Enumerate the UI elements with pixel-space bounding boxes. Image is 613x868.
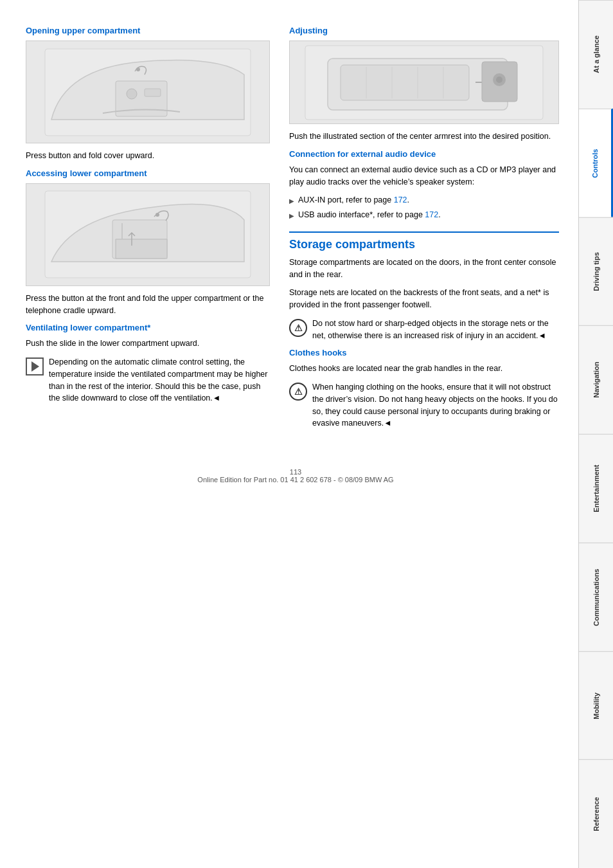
- sidebar-tab-communications[interactable]: Communications: [579, 543, 613, 651]
- sidebar-tab-entertainment[interactable]: Entertainment: [579, 434, 613, 543]
- bullet-aux-text: AUX-IN port, refer to page 172.: [298, 194, 409, 206]
- ventilating-body: Push the slide in the lower compartment …: [26, 338, 270, 350]
- connection-section: Connection for external audio device You…: [289, 149, 559, 221]
- clothes-hooks-heading: Clothes hooks: [289, 348, 559, 357]
- usb-link[interactable]: 172: [425, 210, 438, 219]
- storage-warning-text: Do not stow hard or sharp-edged objects …: [312, 318, 559, 342]
- lower-compartment-heading: Accessing lower compartment: [26, 168, 270, 178]
- lower-compartment-image: [26, 183, 270, 286]
- storage-intro1: Storage compartments are located on the …: [289, 257, 559, 281]
- storage-intro2: Storage nets are located on the backrest…: [289, 287, 559, 311]
- svg-rect-10: [341, 65, 469, 100]
- upper-compartment-image: [26, 41, 270, 143]
- lower-compartment-body: Press the button at the front and fold t…: [26, 293, 270, 317]
- bullet-arrow-2: ▶: [289, 211, 294, 221]
- sidebar-tab-controls[interactable]: Controls: [579, 109, 613, 217]
- svg-point-7: [155, 213, 159, 217]
- connection-body: You can connect an external audio device…: [289, 164, 559, 188]
- warning-icon-hooks: ⚠: [289, 383, 307, 401]
- connection-bullets: ▶ AUX-IN port, refer to page 172. ▶ USB …: [289, 194, 559, 221]
- footer-text: Online Edition for Part no. 01 41 2 602 …: [26, 476, 565, 484]
- bullet-aux: ▶ AUX-IN port, refer to page 172.: [289, 194, 559, 206]
- adjusting-image: [289, 41, 559, 124]
- bullet-arrow-1: ▶: [289, 196, 294, 206]
- svg-point-4: [136, 68, 140, 71]
- ventilating-section: Ventilating lower compartment* Push the …: [26, 323, 270, 404]
- sidebar-tab-navigation[interactable]: Navigation: [579, 325, 613, 434]
- sidebar: At a glance Controls Driving tips Naviga…: [578, 0, 613, 868]
- storage-compartments-section: Storage compartments Storage compartment…: [289, 231, 559, 342]
- lower-compartment-section: Accessing lower compartment: [26, 168, 270, 317]
- adjusting-heading: Adjusting: [289, 26, 559, 35]
- connection-heading: Connection for external audio device: [289, 149, 559, 159]
- ventilating-note-box: Depending on the automatic climate contr…: [26, 356, 270, 404]
- storage-compartments-heading: Storage compartments: [289, 231, 559, 251]
- sidebar-tab-mobility[interactable]: Mobility: [579, 651, 613, 760]
- clothes-hooks-warning-box: ⚠ When hanging clothing on the hooks, en…: [289, 381, 559, 429]
- bullet-usb: ▶ USB audio interface*, refer to page 17…: [289, 209, 559, 221]
- page-footer: 113 Online Edition for Part no. 01 41 2 …: [26, 462, 565, 484]
- left-column: Opening upper compartment: [26, 26, 270, 436]
- bullet-usb-text: USB audio interface*, refer to page 172.: [298, 209, 441, 221]
- clothes-hooks-warning-text: When hanging clothing on the hooks, ensu…: [312, 381, 559, 429]
- ventilating-note-text: Depending on the automatic climate contr…: [49, 356, 270, 404]
- upper-compartment-section: Opening upper compartment: [26, 26, 270, 162]
- clothes-hooks-section: Clothes hooks Clothes hooks are located …: [289, 348, 559, 429]
- svg-rect-3: [145, 89, 161, 96]
- note-icon: [26, 357, 44, 375]
- page-number: 113: [26, 468, 565, 476]
- storage-warning-box: ⚠ Do not stow hard or sharp-edged object…: [289, 318, 559, 342]
- upper-compartment-body: Press button and fold cover upward.: [26, 150, 270, 162]
- adjusting-body: Push the illustrated section of the cent…: [289, 131, 559, 143]
- clothes-hooks-body: Clothes hooks are located near the grab …: [289, 363, 559, 375]
- sidebar-tab-driving-tips[interactable]: Driving tips: [579, 217, 613, 326]
- svg-point-2: [127, 89, 137, 99]
- sidebar-tab-at-a-glance[interactable]: At a glance: [579, 0, 613, 109]
- ventilating-heading: Ventilating lower compartment*: [26, 323, 270, 332]
- warning-icon-storage: ⚠: [289, 319, 307, 337]
- sidebar-tab-reference[interactable]: Reference: [579, 759, 613, 868]
- adjusting-section: Adjusting: [289, 26, 559, 143]
- right-column: Adjusting: [289, 26, 559, 436]
- aux-link[interactable]: 172: [394, 195, 407, 204]
- upper-compartment-heading: Opening upper compartment: [26, 26, 270, 35]
- svg-point-17: [496, 77, 502, 83]
